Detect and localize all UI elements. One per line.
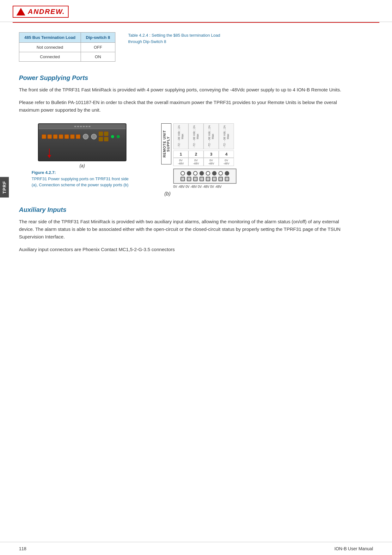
connector-rect-3: [193, 177, 198, 181]
header: ANDREW.: [0, 0, 392, 22]
device-port-7: [76, 134, 80, 139]
connector-rect-2: [187, 177, 191, 181]
table-section: 485 Bus Termination Load Dip-switch 8 No…: [19, 32, 373, 62]
figure-a-label: (a): [79, 163, 85, 168]
channel-header-4: -72 · -36 Vdc ; 2A Max: [219, 123, 234, 149]
connector-pin-4: [199, 171, 204, 176]
power-para1: The front side of the TPRF31 Fast MiniRa…: [19, 86, 351, 94]
channel-number-3: 3: [204, 151, 219, 158]
device-port-6: [70, 134, 75, 139]
device-ports-row: [42, 134, 80, 139]
figure-caption-title: Figure 4.2.7:: [32, 170, 56, 175]
table-col1-header: 485 Bus Termination Load: [19, 33, 81, 43]
device-port-2: [47, 134, 52, 139]
table-col2-header: Dip-switch 8: [81, 33, 115, 43]
device-knob-2: [91, 134, 97, 139]
device-top-dots: [74, 126, 90, 127]
power-diagram-b: REMOTE UNIT SUPPLY -72 · -36 Vdc ; 2A Ma…: [161, 123, 236, 197]
connector-pin-1: [181, 171, 185, 176]
device-dot-6: [89, 126, 90, 127]
channel-number-2: 2: [188, 151, 204, 158]
power-diagram-inner: REMOTE UNIT SUPPLY -72 · -36 Vdc ; 2A Ma…: [161, 123, 236, 188]
figure-b-label: (b): [164, 191, 171, 197]
device-small-port-1: [99, 132, 103, 136]
channel-voltage-1: 0V-48V: [173, 158, 188, 166]
sidebar-tprf-label: TPRF: [0, 177, 9, 198]
device-middle: [39, 129, 126, 144]
device-port-3: [53, 134, 58, 139]
auxiliary-section-heading: Auxiliary Inputs: [19, 206, 373, 213]
device-dot-2: [77, 126, 79, 127]
device-top-strip: [39, 124, 126, 129]
connector-pin-2: [187, 171, 191, 176]
logo-container: ANDREW.: [13, 6, 379, 18]
connector-pins-row2: [181, 177, 229, 181]
connector-block: [173, 169, 236, 184]
voltage-bottom-labels: 0V -48V 0V -48V 0V -48V 0V -48V: [173, 185, 236, 188]
connector-pin-6: [212, 171, 217, 176]
connector-rect-1: [181, 177, 185, 181]
device-small-port-4: [104, 137, 108, 141]
device-led-2: [117, 135, 120, 138]
connector-rect-7: [218, 177, 223, 181]
device-box: [38, 123, 126, 161]
device-dot-1: [74, 126, 76, 127]
device-port-5: [64, 134, 69, 139]
device-small-port-2: [104, 132, 108, 136]
channels-container: -72 · -36 Vdc ; 2A Max-72 · -36 Vdc ; 2A…: [173, 123, 236, 188]
channel-number-4: 4: [219, 151, 234, 158]
logo-triangle-icon: [16, 8, 25, 15]
connector-rect-4: [199, 177, 204, 181]
connector-pin-3: [193, 171, 198, 176]
device-led-1: [111, 135, 114, 138]
auxiliary-para1: The rear side of the TPRF31 Fast MiniRac…: [19, 218, 351, 241]
figure-caption: Figure 4.2.7: TPRF31 Power supplying por…: [32, 170, 133, 188]
connector-pin-5: [206, 171, 210, 176]
figure-area: (a) Figure 4.2.7: TPRF31 Power supplying…: [32, 123, 373, 197]
device-knob-1: [83, 134, 89, 139]
device-port-1: [42, 134, 46, 139]
channel-numbers-row: 1234: [173, 151, 236, 158]
device-dot-3: [80, 126, 82, 127]
remote-unit-label: REMOTE UNIT SUPPLY: [161, 123, 171, 164]
power-para2: Please refer to Bulletin PA-101187-EN in…: [19, 99, 351, 114]
table-cell-col2-row1: ON: [81, 52, 115, 62]
device-port-4: [59, 134, 63, 139]
logo-text: ANDREW.: [28, 8, 65, 16]
table-cell-col1-row1: Connected: [19, 52, 81, 62]
channel-voltage-3: 0V-48V: [204, 158, 219, 166]
channel-header-1: -72 · -36 Vdc ; 2A Max: [173, 123, 188, 149]
channel-voltages-row: 0V-48V0V-48V0V-48V0V-48V: [173, 158, 236, 166]
channel-header-3: -72 · -36 Vdc ; 2A Max: [204, 123, 219, 149]
table-cell-col1-row0: Not connected: [19, 43, 81, 52]
device-dot-5: [86, 126, 88, 127]
connector-rect-8: [225, 177, 229, 181]
connector-pins-row: [181, 171, 229, 176]
termination-table: 485 Bus Termination Load Dip-switch 8 No…: [19, 32, 115, 62]
channel-voltage-2: 0V-48V: [188, 158, 204, 166]
connector-pin-8: [225, 171, 229, 176]
channel-number-1: 1: [173, 151, 188, 158]
figure-caption-text: TPRF31 Power supplying ports on TPRF31 f…: [32, 176, 129, 188]
main-content: 485 Bus Termination Load Dip-switch 8 No…: [0, 23, 392, 271]
device-illustration-a: (a) Figure 4.2.7: TPRF31 Power supplying…: [32, 123, 133, 188]
connector-rect-5: [206, 177, 210, 181]
device-small-port-3: [99, 137, 103, 141]
channel-voltage-4: 0V-48V: [219, 158, 234, 166]
footer-page-number: 118: [19, 546, 26, 551]
connector-rect-6: [212, 177, 217, 181]
table-caption: Table 4.2.4 : Settiing the $85 Bus termi…: [128, 32, 223, 45]
connector-pin-7: [218, 171, 223, 176]
logo-box: ANDREW.: [13, 6, 69, 18]
channel-headers-row: -72 · -36 Vdc ; 2A Max-72 · -36 Vdc ; 2A…: [173, 123, 236, 149]
power-section-heading: Power Supplying Ports: [19, 74, 373, 82]
device-dot-4: [83, 126, 85, 127]
footer-document-title: ION-B User Manual: [334, 546, 373, 551]
auxiliary-para2: Auxiliary input connectors are Phoenix C…: [19, 246, 351, 253]
channel-header-2: -72 · -36 Vdc ; 2A Max: [188, 123, 204, 149]
table-row: ConnectedON: [19, 52, 115, 62]
table-row: Not connectedOFF: [19, 43, 115, 52]
footer: 118 ION-B User Manual: [0, 542, 392, 555]
table-cell-col2-row0: OFF: [81, 43, 115, 52]
